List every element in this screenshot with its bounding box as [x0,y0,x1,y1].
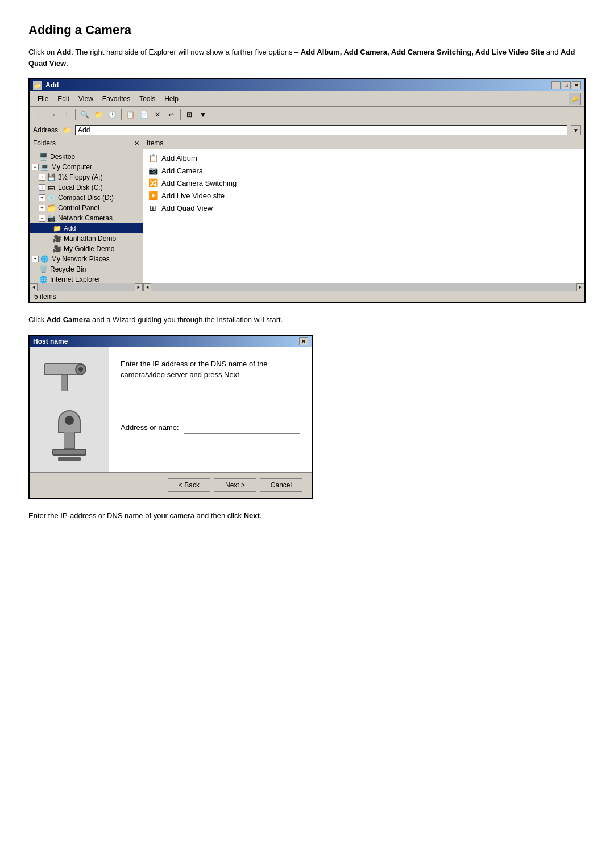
control-label: Control Panel [58,204,99,212]
tree-item-add[interactable]: 📁 Add [30,223,143,233]
folders-button[interactable]: 📁 [92,108,105,121]
items-panel-container: Items 📋 Add Album 📷 Add Camera 🔀 Add Cam… [143,137,584,291]
mynetwork-label: My Network Places [51,255,110,263]
move-button[interactable]: 📋 [124,108,136,121]
wizard-top: Enter the IP address or the DNS name of … [30,347,312,472]
maximize-button[interactable]: □ [562,81,571,89]
click-bold: Add Camera [47,315,90,324]
close-button[interactable]: ✕ [572,81,581,89]
expand-compact[interactable]: + [39,194,45,201]
manhattan-icon: 🎥 [52,234,61,243]
tree-item-localdisk[interactable]: + 🖴 Local Disk (C:) [30,182,143,193]
back-button[interactable]: ← [33,108,45,121]
wizard-close-button[interactable]: ✕ [299,337,308,345]
bottom-paragraph: Enter the IP-address or DNS name of your… [28,510,586,521]
copy-button[interactable]: 📄 [138,108,150,121]
mycomputer-label: My Computer [51,163,92,171]
undo-button[interactable]: ↩ [165,108,177,121]
history-button[interactable]: 🕐 [106,108,118,121]
up-button[interactable]: ↑ [60,108,73,121]
expand-floppy[interactable]: + [39,174,45,181]
tree-item-mycomputer[interactable]: − 💻 My Computer [30,162,143,172]
add-live-video-icon: ▶️ [148,190,158,201]
expand-mynetwork[interactable]: + [32,256,39,262]
view-dropdown[interactable]: ▼ [197,108,209,121]
next-button[interactable]: Next > [214,478,256,492]
mynetwork-icon: 🌐 [40,254,49,264]
explorer-main: Folders ✕ 🖥️ Desktop − 💻 My Computer [30,137,584,291]
add-folder-icon: 📁 [52,224,61,233]
resize-handle: ⋱ [574,294,580,300]
tree-item-floppy[interactable]: + 💾 3½ Floppy (A:) [30,172,143,182]
goldie-icon: 🎥 [52,244,61,253]
folders-scroll-right[interactable]: ► [135,283,143,291]
wizard-image-panel [30,347,109,472]
menu-edit[interactable]: Edit [53,94,74,104]
camera-bottom-shape [47,410,92,461]
items-scroll-track[interactable] [151,283,576,291]
tree-item-desktop[interactable]: 🖥️ Desktop [30,152,143,162]
wizard-title: Host name [33,337,68,345]
address-value[interactable]: Add [75,125,567,135]
netcam-icon: 📷 [47,214,56,223]
address-dropdown[interactable]: ▼ [571,125,581,135]
explorer-title: Add [45,81,59,89]
tree-item-recyclebin[interactable]: 🗑️ Recycle Bin [30,264,143,274]
item-add-quad-view[interactable]: ⊞ Add Quad View [146,202,582,214]
page-title: Adding a Camera [28,23,586,37]
item-add-camera-switching[interactable]: 🔀 Add Camera Switching [146,177,582,189]
add-camera-switching-label: Add Camera Switching [161,179,237,187]
menu-items: File Edit View Favorites Tools Help [33,94,183,104]
recyclebin-icon: 🗑️ [39,265,48,274]
items-scroll-left[interactable]: ◄ [143,283,151,291]
items-content: 📋 Add Album 📷 Add Camera 🔀 Add Camera Sw… [143,149,584,283]
goldie-label: My Goldie Demo [64,245,114,253]
tree-item-compact[interactable]: + 💿 Compact Disc (D:) [30,193,143,203]
expand-netcam[interactable]: − [39,215,45,222]
wizard-right: Enter the IP address or the DNS name of … [109,347,312,472]
folders-scroll-left[interactable]: ◄ [30,283,38,291]
floppy-label: 3½ Floppy (A:) [58,173,103,181]
wizard-footer: < Back Next > Cancel [30,473,312,498]
minimize-button[interactable]: _ [551,81,561,89]
menu-tools[interactable]: Tools [135,94,160,104]
item-add-camera[interactable]: 📷 Add Camera [146,164,582,177]
intro-bold1: Add [57,48,71,56]
click-paragraph: Click Add Camera and a Wizard guiding yo… [28,314,586,326]
folders-close[interactable]: ✕ [134,140,139,147]
address-folder-icon: 📁 [61,125,72,135]
item-add-live-video[interactable]: ▶️ Add Live Video site [146,189,582,202]
tree-item-goldie[interactable]: 🎥 My Goldie Demo [30,244,143,254]
wizard-desc-line2: camera/video server and press Next [121,370,239,379]
menu-file[interactable]: File [33,94,53,104]
delete-button[interactable]: ✕ [151,108,164,121]
tree-item-internet[interactable]: 🌐 Internet Explorer [30,274,143,283]
camera-illustration-top [44,357,95,391]
expand-localdisk[interactable]: + [39,184,45,191]
forward-button[interactable]: → [47,108,59,121]
internet-label: Internet Explorer [50,276,101,283]
floppy-icon: 💾 [47,173,56,182]
items-scroll-right[interactable]: ► [576,283,584,291]
menu-favorites[interactable]: Favorites [98,94,135,104]
toolbar-sep3 [180,109,181,120]
search-button[interactable]: 🔍 [78,108,91,121]
bottom-bold: Next [244,511,260,520]
tree-item-control[interactable]: + 🗂️ Control Panel [30,203,143,213]
wizard-address-field: Address or name: [121,422,300,434]
menu-view[interactable]: View [74,94,98,104]
cancel-button[interactable]: Cancel [260,478,302,492]
item-add-album[interactable]: 📋 Add Album [146,152,582,164]
wizard-address-input[interactable] [184,422,300,434]
folders-scroll-track[interactable] [38,283,135,291]
tree-item-netcam[interactable]: − 📷 Network Cameras [30,213,143,223]
tree-item-manhattan[interactable]: 🎥 Manhattan Demo [30,233,143,244]
intro-mid: . The right hand side of Explorer will n… [71,48,301,56]
back-button[interactable]: < Back [168,478,210,492]
tree-item-mynetwork[interactable]: + 🌐 My Network Places [30,254,143,264]
expand-mycomputer[interactable]: − [32,164,39,170]
view-button[interactable]: ⊞ [183,108,196,121]
menu-help[interactable]: Help [160,94,183,104]
expand-control[interactable]: + [39,205,45,211]
items-header: Items [143,137,584,149]
